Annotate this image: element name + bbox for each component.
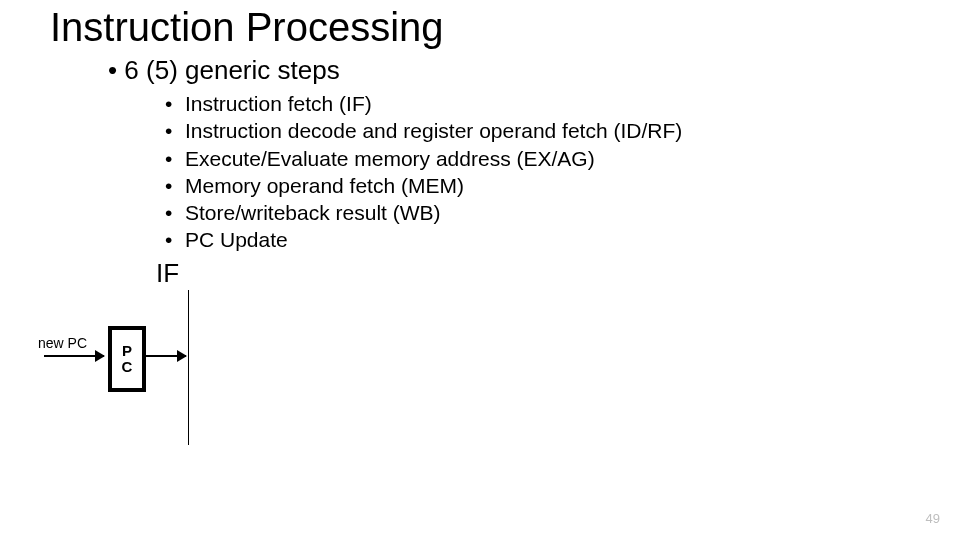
arrow-into-pc-icon	[44, 355, 104, 357]
step-text: Instruction decode and register operand …	[185, 117, 682, 144]
step-text: PC Update	[185, 226, 288, 253]
list-item: • Instruction decode and register operan…	[165, 117, 682, 144]
subtitle-text: 6 (5) generic steps	[124, 55, 339, 85]
bullet-icon: •	[165, 226, 185, 253]
list-item: • Store/writeback result (WB)	[165, 199, 682, 226]
stage-divider-line	[188, 290, 189, 445]
pc-box-line2: C	[122, 359, 133, 375]
new-pc-label: new PC	[38, 335, 87, 351]
bullet-icon: •	[165, 117, 185, 144]
slide-title: Instruction Processing	[50, 5, 444, 50]
step-text: Memory operand fetch (MEM)	[185, 172, 464, 199]
step-text: Instruction fetch (IF)	[185, 90, 372, 117]
list-item: • Execute/Evaluate memory address (EX/AG…	[165, 145, 682, 172]
list-item: • Instruction fetch (IF)	[165, 90, 682, 117]
list-item: • Memory operand fetch (MEM)	[165, 172, 682, 199]
page-number: 49	[926, 511, 940, 526]
pc-box-line1: P	[122, 343, 132, 359]
bullet-icon: •	[165, 90, 185, 117]
subtitle-bullet: •	[108, 55, 117, 85]
list-item: • PC Update	[165, 226, 682, 253]
bullet-icon: •	[165, 172, 185, 199]
steps-list: • Instruction fetch (IF) • Instruction d…	[165, 90, 682, 254]
bullet-icon: •	[165, 199, 185, 226]
bullet-icon: •	[165, 145, 185, 172]
subtitle: • 6 (5) generic steps	[108, 55, 340, 86]
arrow-out-of-pc-icon	[146, 355, 186, 357]
step-text: Execute/Evaluate memory address (EX/AG)	[185, 145, 595, 172]
pc-register-box: P C	[108, 326, 146, 392]
stage-if-label: IF	[156, 258, 179, 289]
step-text: Store/writeback result (WB)	[185, 199, 441, 226]
